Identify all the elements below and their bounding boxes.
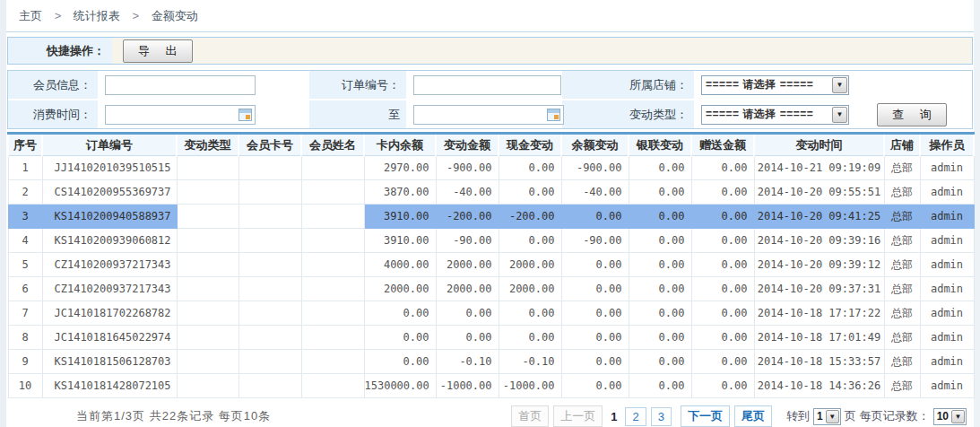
table-cell: 0.00 bbox=[691, 156, 754, 180]
first-page-button[interactable]: 首页 bbox=[511, 405, 549, 427]
goto-label: 转到 bbox=[786, 408, 810, 424]
calendar-icon[interactable] bbox=[238, 109, 252, 121]
date-to-input[interactable] bbox=[413, 105, 564, 125]
consume-time-label: 消费时间： bbox=[8, 100, 98, 128]
prev-page-button[interactable]: 上一页 bbox=[553, 405, 603, 427]
table-cell bbox=[301, 350, 364, 374]
page-size-select[interactable]: 10 ▼ bbox=[933, 408, 967, 425]
table-row[interactable]: 10KS14101814280721051530000.00-1000.00-1… bbox=[8, 374, 974, 398]
table-cell: 0.00 bbox=[499, 229, 561, 253]
table-cell: admin bbox=[920, 301, 974, 326]
goto-page-value: 1 bbox=[814, 410, 826, 423]
table-cell: 0.00 bbox=[691, 205, 754, 229]
breadcrumb-home[interactable]: 主页 bbox=[19, 9, 42, 22]
chevron-down-icon: ▼ bbox=[826, 410, 839, 423]
table-cell: 0.00 bbox=[691, 301, 754, 326]
table-cell: 0.00 bbox=[561, 205, 629, 229]
table-cell: admin bbox=[920, 180, 974, 205]
records-table: 序号订单编号变动类型会员卡号会员姓名卡内余额变动金额现金变动余额变动银联变动赠送… bbox=[7, 132, 975, 398]
table-cell: 6 bbox=[8, 277, 42, 301]
table-cell: 0.00 bbox=[629, 180, 691, 205]
table-cell: 0.00 bbox=[364, 301, 436, 326]
table-row[interactable]: 6CZ14102009372173432000.002000.002000.00… bbox=[8, 277, 974, 301]
date-to-label: 至 bbox=[309, 100, 406, 128]
column-header: 变动金额 bbox=[436, 134, 499, 156]
table-cell: 0.00 bbox=[629, 253, 691, 277]
column-header: 操作员 bbox=[920, 134, 974, 156]
table-row[interactable]: 7JC14101817022687820.000.000.000.000.000… bbox=[8, 301, 974, 326]
table-row[interactable]: 4KS14102009390608123910.00-90.000.00-90.… bbox=[8, 229, 974, 253]
current-page-indicator: 1 bbox=[607, 408, 620, 425]
table-cell: 0.00 bbox=[691, 253, 754, 277]
table-cell: 2014-10-18 15:33:57 bbox=[754, 350, 884, 374]
column-header: 赠送金额 bbox=[691, 134, 754, 156]
date-from-input[interactable] bbox=[105, 105, 256, 125]
table-cell bbox=[238, 253, 301, 277]
table-row[interactable]: 3KS14102009405889373910.00-200.00-200.00… bbox=[8, 205, 974, 229]
table-cell: 0.00 bbox=[629, 205, 691, 229]
table-row[interactable]: 9KS14101815061287030.00-0.10-0.100.000.0… bbox=[8, 350, 974, 374]
search-button[interactable]: 查 询 bbox=[877, 103, 947, 126]
change-type-select[interactable]: ===== 请选择 ===== ▼ bbox=[701, 105, 849, 125]
table-cell bbox=[177, 326, 238, 350]
table-cell: 0.00 bbox=[629, 350, 691, 374]
table-cell: 10 bbox=[8, 374, 42, 398]
table-cell: 总部 bbox=[884, 350, 920, 374]
last-page-button[interactable]: 尾页 bbox=[734, 405, 772, 427]
table-cell: admin bbox=[920, 156, 974, 180]
pagination-bar: 当前第1/3页 共22条记录 每页10条 首页 上一页 123 下一页 尾页 转… bbox=[6, 401, 974, 427]
table-row[interactable]: 2CS14102009553697373870.00-40.000.00-40.… bbox=[8, 180, 974, 205]
table-cell: -40.00 bbox=[436, 180, 499, 205]
store-select-value: ===== 请选择 ===== bbox=[702, 77, 832, 92]
order-no-input[interactable] bbox=[413, 75, 561, 95]
quick-actions-bar: 快捷操作： 导 出 bbox=[7, 37, 973, 65]
export-button[interactable]: 导 出 bbox=[123, 39, 193, 63]
table-cell: CS1410200955369737 bbox=[42, 180, 177, 205]
table-cell bbox=[238, 301, 301, 326]
store-select[interactable]: ===== 请选择 ===== ▼ bbox=[701, 75, 849, 95]
page-number-button[interactable]: 3 bbox=[651, 407, 672, 426]
table-cell: 0.00 bbox=[691, 180, 754, 205]
table-row[interactable]: 8JC14101816450229740.000.000.000.000.000… bbox=[8, 326, 974, 350]
table-cell: -1000.00 bbox=[499, 374, 561, 398]
table-cell: 0.00 bbox=[691, 277, 754, 301]
table-cell: 3870.00 bbox=[364, 180, 436, 205]
table-cell: 2014-10-20 09:39:16 bbox=[754, 229, 884, 253]
table-cell: 2014-10-21 09:19:09 bbox=[754, 156, 884, 180]
table-cell bbox=[301, 156, 364, 180]
table-cell bbox=[301, 374, 364, 398]
member-info-input[interactable] bbox=[105, 75, 256, 95]
table-cell: 2014-10-18 17:17:22 bbox=[754, 301, 884, 326]
page-number-button[interactable]: 2 bbox=[625, 407, 646, 426]
record-summary: 当前第1/3页 共22条记录 每页10条 bbox=[76, 408, 271, 424]
table-row[interactable]: 1JJ14102010395105152970.00-900.000.00-90… bbox=[8, 156, 974, 180]
table-cell: -90.00 bbox=[561, 229, 629, 253]
table-cell bbox=[177, 180, 238, 205]
table-cell: 0.00 bbox=[691, 326, 754, 350]
table-cell: -900.00 bbox=[436, 156, 499, 180]
column-header: 余额变动 bbox=[561, 134, 629, 156]
change-type-select-value: ===== 请选择 ===== bbox=[702, 107, 832, 122]
table-cell: 0.00 bbox=[499, 326, 561, 350]
table-row[interactable]: 5CZ14102009372173434000.002000.002000.00… bbox=[8, 253, 974, 277]
column-header: 卡内余额 bbox=[364, 134, 436, 156]
page-links: 123 bbox=[607, 407, 676, 426]
table-cell: JC1410181645022974 bbox=[42, 326, 177, 350]
table-cell: -0.10 bbox=[436, 350, 499, 374]
breadcrumb-reports[interactable]: 统计报表 bbox=[74, 9, 120, 22]
table-cell: -200.00 bbox=[436, 205, 499, 229]
pager: 首页 上一页 123 下一页 尾页 bbox=[511, 405, 772, 427]
calendar-icon[interactable] bbox=[547, 109, 560, 121]
goto-page-select[interactable]: 1 ▼ bbox=[813, 408, 841, 425]
table-cell: 0.00 bbox=[436, 301, 499, 326]
table-cell: 2 bbox=[8, 180, 42, 205]
table-cell: 1530000.00 bbox=[364, 374, 436, 398]
table-cell: 0.00 bbox=[436, 326, 499, 350]
change-type-label: 变动类型： bbox=[562, 100, 694, 128]
next-page-button[interactable]: 下一页 bbox=[681, 405, 730, 427]
table-cell: KS1410181428072105 bbox=[42, 374, 177, 398]
table-cell: admin bbox=[920, 350, 974, 374]
table-cell: 0.00 bbox=[691, 350, 754, 374]
breadcrumb-current: 金额变动 bbox=[152, 9, 198, 22]
table-cell: 0.00 bbox=[561, 277, 629, 301]
